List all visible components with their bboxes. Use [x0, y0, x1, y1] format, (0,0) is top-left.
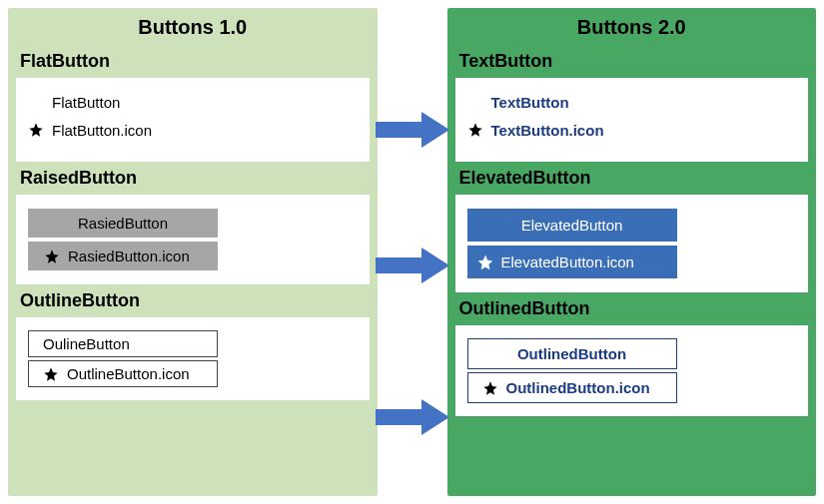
panel-buttons-1: Buttons 1.0 FlatButton FlatButton FlatBu…	[8, 8, 378, 496]
elevatedbutton-plain-label: ElevatedButton	[521, 217, 623, 234]
star-icon	[28, 122, 44, 138]
card-raisedbutton: RasiedButton RasiedButton.icon	[16, 195, 370, 284]
section-outlinebutton: OutlineButton OulineButton OutlineButton…	[16, 284, 370, 400]
outlinedbutton-icon[interactable]: OutlinedButton.icon	[467, 372, 677, 403]
raisedbutton-plain[interactable]: RasiedButton	[28, 209, 218, 238]
star-icon	[482, 380, 498, 396]
outlinebutton-plain[interactable]: OulineButton	[28, 330, 218, 357]
section-raisedbutton: RaisedButton RasiedButton RasiedButton.i…	[16, 162, 370, 284]
section-textbutton: TextButton TextButton TextButton.icon	[455, 45, 809, 162]
flatbutton-icon-label: FlatButton.icon	[52, 122, 152, 139]
arrow-icon	[376, 248, 449, 283]
heading-outlinedbutton: OutlinedButton	[455, 292, 809, 325]
outlinebutton-icon-label: OutlineButton.icon	[67, 365, 190, 382]
outlinebutton-icon[interactable]: OutlineButton.icon	[28, 360, 218, 387]
card-outlinedbutton: OutlinedButton OutlinedButton.icon	[455, 325, 809, 416]
elevatedbutton-plain[interactable]: ElevatedButton	[467, 209, 677, 242]
raisedbutton-icon[interactable]: RasiedButton.icon	[28, 242, 218, 270]
textbutton-icon-label: TextButton.icon	[491, 122, 604, 139]
outlinedbutton-plain[interactable]: OutlinedButton	[467, 338, 677, 369]
elevatedbutton-icon-label: ElevatedButton.icon	[501, 253, 634, 270]
textbutton-plain[interactable]: TextButton	[467, 88, 797, 116]
outlinebutton-plain-label: OulineButton	[43, 335, 130, 352]
heading-flatbutton: FlatButton	[16, 45, 370, 78]
flatbutton-icon[interactable]: FlatButton.icon	[28, 116, 358, 144]
heading-elevatedbutton: ElevatedButton	[455, 162, 809, 195]
star-icon	[477, 254, 493, 270]
card-outlinebutton: OulineButton OutlineButton.icon	[16, 317, 370, 400]
outlinedbutton-icon-label: OutlinedButton.icon	[506, 379, 650, 396]
raisedbutton-plain-label: RasiedButton	[78, 215, 168, 232]
section-flatbutton: FlatButton FlatButton FlatButton.icon	[16, 45, 370, 162]
raisedbutton-icon-label: RasiedButton.icon	[68, 248, 190, 264]
panel-title-left: Buttons 1.0	[16, 14, 370, 45]
heading-raisedbutton: RaisedButton	[16, 162, 370, 195]
star-icon	[43, 366, 59, 382]
heading-textbutton: TextButton	[455, 45, 809, 78]
section-elevatedbutton: ElevatedButton ElevatedButton ElevatedBu…	[455, 162, 809, 292]
outlinedbutton-plain-label: OutlinedButton	[517, 345, 626, 362]
textbutton-icon[interactable]: TextButton.icon	[467, 116, 797, 144]
heading-outlinebutton: OutlineButton	[16, 284, 370, 317]
flatbutton-plain-label: FlatButton	[52, 94, 120, 111]
section-outlinedbutton: OutlinedButton OutlinedButton OutlinedBu…	[455, 292, 809, 416]
star-icon	[467, 122, 483, 138]
arrow-icon	[376, 112, 449, 148]
elevatedbutton-icon[interactable]: ElevatedButton.icon	[467, 246, 677, 278]
arrow-icon	[376, 399, 449, 435]
panel-title-right: Buttons 2.0	[455, 14, 809, 45]
card-flatbutton: FlatButton FlatButton.icon	[16, 78, 370, 162]
textbutton-plain-label: TextButton	[491, 94, 569, 111]
card-elevatedbutton: ElevatedButton ElevatedButton.icon	[455, 195, 809, 292]
star-icon	[44, 249, 60, 264]
flatbutton-plain[interactable]: FlatButton	[28, 88, 358, 116]
panel-buttons-2: Buttons 2.0 TextButton TextButton TextBu…	[447, 8, 817, 496]
card-textbutton: TextButton TextButton.icon	[455, 78, 809, 162]
